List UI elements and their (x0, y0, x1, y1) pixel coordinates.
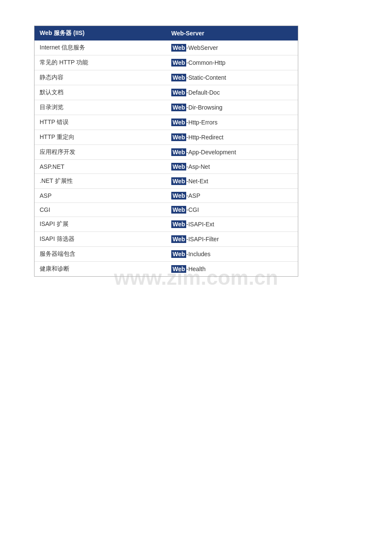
table-cell-command: Web-ISAPI-Ext (166, 217, 298, 232)
table-cell-chinese: ISAPI 筛选器 (35, 232, 166, 247)
table-row: 目录浏览Web-Dir-Browsing (35, 100, 298, 115)
web-prefix: Web (171, 133, 186, 141)
table-cell-chinese: HTTP 错误 (35, 115, 166, 130)
table-header-row: Web 服务器 (IIS) Web-Server (35, 26, 298, 40)
table-cell-chinese: ASP (35, 189, 166, 203)
table-cell-command: Web-Default-Doc (166, 85, 298, 100)
web-prefix: Web (171, 177, 186, 185)
table-row: 应用程序开发Web-App-Development (35, 145, 298, 160)
command-suffix: -Net-Ext (186, 178, 208, 185)
web-prefix: Web (171, 163, 186, 171)
table-cell-command: Web-Http-Redirect (166, 130, 298, 145)
table-cell-chinese: .NET 扩展性 (35, 174, 166, 189)
web-prefix: Web (171, 220, 186, 228)
table-row: 服务器端包含Web-Includes (35, 247, 298, 262)
table-cell-command: Web-Asp-Net (166, 160, 298, 174)
table-cell-chinese: 服务器端包含 (35, 247, 166, 262)
table-row: Internet 信息服务Web-WebServer (35, 40, 298, 55)
header-col2: Web-Server (166, 26, 298, 40)
web-prefix: Web (171, 59, 186, 66)
table-cell-command: Web-ASP (166, 189, 298, 203)
table-row: ASP.NETWeb-Asp-Net (35, 160, 298, 174)
command-suffix: -Static-Content (186, 74, 226, 81)
iis-table: Web 服务器 (IIS) Web-Server Internet 信息服务We… (35, 26, 298, 276)
web-prefix: Web (171, 265, 186, 273)
table-cell-chinese: HTTP 重定向 (35, 130, 166, 145)
web-prefix: Web (171, 74, 186, 81)
table-cell-command: Web-Common-Http (166, 55, 298, 70)
table-row: CGIWeb-CGI (35, 203, 298, 217)
table-cell-chinese: 目录浏览 (35, 100, 166, 115)
table-cell-chinese: ISAPI 扩展 (35, 217, 166, 232)
header-col1: Web 服务器 (IIS) (35, 26, 166, 40)
web-prefix: Web (171, 250, 186, 258)
table-cell-chinese: 健康和诊断 (35, 262, 166, 277)
table-row: HTTP 重定向Web-Http-Redirect (35, 130, 298, 145)
table-cell-chinese: CGI (35, 203, 166, 217)
table-cell-chinese: 静态内容 (35, 70, 166, 85)
table-cell-command: Web-Includes (166, 247, 298, 262)
table-row: 默认文档Web-Default-Doc (35, 85, 298, 100)
table-row: .NET 扩展性Web-Net-Ext (35, 174, 298, 189)
command-suffix: -ISAPI-Filter (186, 236, 219, 243)
command-suffix: -App-Development (186, 149, 236, 156)
table-cell-command: Web-Static-Content (166, 70, 298, 85)
table-row: 常见的 HTTP 功能Web-Common-Http (35, 55, 298, 70)
command-suffix: -Asp-Net (186, 163, 210, 170)
web-prefix: Web (171, 104, 186, 111)
command-suffix: -ASP (186, 192, 200, 199)
table-cell-command: Web-App-Development (166, 145, 298, 160)
table-cell-command: Web-WebServer (166, 40, 298, 55)
table-cell-chinese: 默认文档 (35, 85, 166, 100)
command-suffix: -Common-Http (186, 59, 225, 66)
table-cell-command: Web-Dir-Browsing (166, 100, 298, 115)
command-suffix: -Default-Doc (186, 89, 220, 96)
table-wrapper: Web 服务器 (IIS) Web-Server Internet 信息服务We… (34, 26, 298, 277)
command-suffix: -Includes (186, 251, 210, 257)
web-prefix: Web (171, 235, 186, 243)
page-container: Web 服务器 (IIS) Web-Server Internet 信息服务We… (0, 0, 392, 302)
table-cell-command: Web-Health (166, 262, 298, 277)
command-suffix: -Dir-Browsing (186, 104, 222, 111)
web-prefix: Web (171, 206, 186, 214)
table-cell-chinese: 应用程序开发 (35, 145, 166, 160)
table-cell-command: Web-Net-Ext (166, 174, 298, 189)
table-row: ASPWeb-ASP (35, 189, 298, 203)
command-suffix: -ISAPI-Ext (186, 221, 214, 228)
command-suffix: -Health (186, 266, 205, 272)
web-prefix: Web (171, 44, 186, 52)
table-cell-command: Web-CGI (166, 203, 298, 217)
table-cell-chinese: 常见的 HTTP 功能 (35, 55, 166, 70)
command-suffix: -WebServer (186, 44, 218, 51)
table-cell-command: Web-Http-Errors (166, 115, 298, 130)
table-row: ISAPI 筛选器Web-ISAPI-Filter (35, 232, 298, 247)
table-cell-command: Web-ISAPI-Filter (166, 232, 298, 247)
table-cell-chinese: ASP.NET (35, 160, 166, 174)
command-suffix: -Http-Redirect (186, 134, 223, 141)
table-cell-chinese: Internet 信息服务 (35, 40, 166, 55)
web-prefix: Web (171, 192, 186, 199)
web-prefix: Web (171, 89, 186, 96)
command-suffix: -Http-Errors (186, 119, 217, 126)
command-suffix: -CGI (186, 206, 199, 213)
web-prefix: Web (171, 148, 186, 156)
table-row: 健康和诊断Web-Health (35, 262, 298, 277)
table-row: 静态内容Web-Static-Content (35, 70, 298, 85)
table-row: ISAPI 扩展Web-ISAPI-Ext (35, 217, 298, 232)
web-prefix: Web (171, 119, 186, 126)
table-row: HTTP 错误Web-Http-Errors (35, 115, 298, 130)
